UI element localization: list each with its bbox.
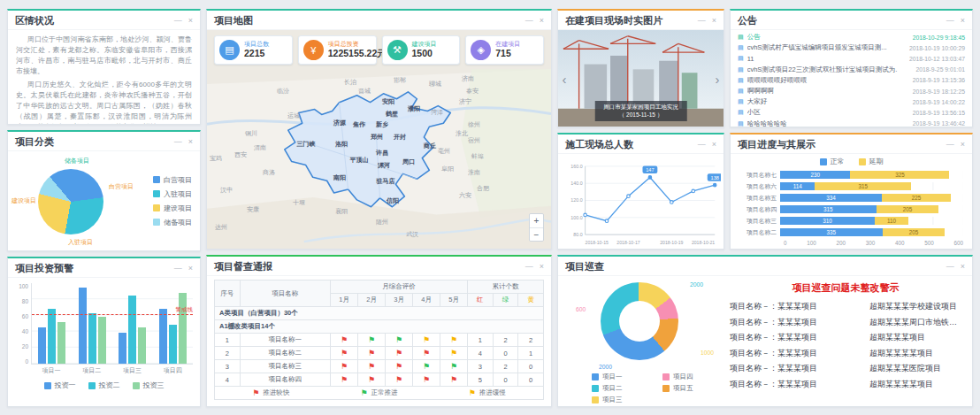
minimize-icon[interactable]: — [698,141,706,149]
map-zoom-control: + − [529,213,544,242]
legend-swatch-icon [592,396,599,403]
cell-count: 1 [468,334,494,347]
flag-icon: ⚑ [450,362,457,371]
progress-segment-delayed: 315 [815,182,911,190]
document-icon: ▤ [738,34,744,41]
progress-row: 项目名称三310110 [739,215,963,227]
inspection-project-name: 某某某项目 [777,364,817,373]
inspection-label: 项目名称－： [730,318,777,327]
district-text: 周口位于中国河南省东南部，地处沙河、颍河、贾鲁河交汇处，素有龙都之称。东临安徽省… [8,30,200,124]
progress-track: 315205 [780,205,963,213]
panel-header: 施工现场总人数 — × [558,134,724,154]
classification-legend: 白营项目入驻项目建设项目储备项目 [153,175,195,227]
legend-item: 项目三 [592,396,650,404]
announcement-text: 11 [747,55,906,63]
carousel-next-icon[interactable]: › [712,72,723,85]
panel-title: 区情状况 [15,14,54,27]
minimize-icon[interactable]: — [174,138,182,146]
close-icon[interactable]: × [540,263,544,271]
dashboard: 区情状况 — × 周口位于中国河南省东南部，地处沙河、颍河、贾鲁河交汇处，素有龙… [0,0,980,415]
close-icon[interactable]: × [712,141,716,149]
inspection-row: 项目名称－：某某某项目超期某某某项目 [730,330,961,346]
inspection-project: 项目名称－：某某某项目 [730,361,869,377]
inspection-label: 项目名称－： [730,302,777,311]
close-icon[interactable]: × [961,141,965,149]
legend-row: ⚑推进较快⚑正常推进⚑推进缓慢 [215,387,544,400]
announcement-item[interactable]: ▤公告2018-10-29 9:18:45 [738,32,965,42]
minimize-icon[interactable]: — [946,17,954,25]
legend-swatch-icon [153,176,160,183]
cell-seq: 3 [215,360,241,373]
carousel-prev-icon[interactable]: ‹ [559,72,570,85]
announcement-item[interactable]: ▤小区2018-9-19 13:56:15 [738,107,965,118]
cell-count: 2 [493,360,518,373]
document-icon: ▤ [738,109,744,116]
flag-icon: ⚑ [423,375,430,384]
minimize-icon[interactable]: — [946,263,954,271]
zoom-in-button[interactable]: + [530,214,543,227]
close-icon[interactable]: × [961,17,965,25]
cell-month-rating: ⚑ [440,347,468,360]
flag-icon: ⚑ [395,375,402,384]
pie-chart-area: 储备项目 白营项目 入驻项目 建设项目 [13,154,130,248]
y-tick-label: 80 [15,298,28,304]
svg-text:160.0: 160.0 [570,164,582,169]
x-tick-label: 项目二 [72,365,112,375]
announcement-item[interactable]: ▤cvhS测试村产镇宝城编辑项目颁发宝城项目测...2018-10-19 10:… [738,42,965,53]
announcement-item[interactable]: ▤112018-10-12 13:03:47 [738,53,965,64]
announcement-text: 哈哈哈哈哈哈 [747,119,909,127]
document-icon: ▤ [738,66,744,73]
zoom-out-button[interactable]: − [530,227,543,241]
inspection-donut[interactable] [601,282,678,360]
close-icon[interactable]: × [188,17,193,25]
minimize-icon[interactable]: — [174,17,182,25]
minimize-icon[interactable]: — [525,263,533,271]
minimize-icon[interactable]: — [946,141,954,149]
panel-title: 在建项目现场时实图片 [565,14,662,27]
progress-row-label: 项目名称五 [739,194,780,203]
announcement-item[interactable]: ▤啊啊啊啊2018-9-19 18:12:25 [738,86,965,96]
panel-title: 项目投资预警 [15,262,73,275]
cell-month-rating: ⚑ [331,373,358,387]
minimize-icon[interactable]: — [174,265,182,273]
announcement-item[interactable]: ▤哈哈哈哈哈哈2018-9-19 13:46:42 [738,119,965,127]
column-header: 红 [468,294,494,307]
map-stat-cards: ▤ 项目总数2215 ¥ 项目总投资1225155.22元 ⚒ 建设项目1500… [214,35,544,65]
progress-row-label: 项目名称三 [739,217,780,226]
legend-label: 推进缓慢 [479,388,506,397]
flag-icon: ⚑ [360,389,367,397]
district-paragraph: 周口位于中国河南省东南部，地处沙河、颍河、贾鲁河交汇处，素有龙都之称。东临安徽省… [16,35,192,77]
panel-supervision-report: 项目督查通报 — × 序号项目名称月综合评价累计个数1月2月3月4月5月红绿黄A… [206,255,552,407]
legend-item: 延期 [859,157,884,166]
progress-segment-delayed: 205 [883,228,946,236]
legend-item: 项目五 [662,384,721,393]
announcement-item[interactable]: ▤cvhS测试项目22三次测试双社预计宝城项目测试为.2018-9-25 9:0… [738,65,965,75]
progress-row: 项目名称四315205 [739,204,963,215]
close-icon[interactable]: × [712,17,716,25]
minimize-icon[interactable]: — [525,17,533,25]
column-header: 绿 [493,294,518,307]
donut-callout: 2000 [599,364,612,370]
cell-count: 0 [518,360,544,373]
minimize-icon[interactable]: — [698,17,706,25]
y-tick-label: 60 [15,313,28,319]
progress-track: 335205 [780,228,963,236]
announcement-item[interactable]: ▤喂喂喂喂喂好喂喂喂2018-9-19 13:15:36 [738,75,965,86]
cell-month-rating: ⚑ [386,347,413,360]
close-icon[interactable]: × [961,263,965,271]
cell-month-rating: ⚑ [358,334,386,347]
close-icon[interactable]: × [540,17,544,25]
progress-segment-normal: 334 [780,194,882,202]
classification-pie[interactable] [38,169,103,234]
line-chart-graphic: 160.0140.0120.0100.080.01471382018-10-15… [561,156,721,247]
announcement-item[interactable]: ▤大家好2018-9-19 14:00:22 [738,96,965,107]
bar [119,333,126,364]
close-icon[interactable]: × [188,265,193,273]
cell-count: 2 [493,334,518,347]
legend-label: 推进较快 [263,388,289,397]
invest-legend: 投资一投资二投资三 [15,380,193,390]
cell-count: 0 [493,347,518,360]
close-icon[interactable]: × [188,138,193,146]
inspection-project: 项目名称－：某某某项目 [730,346,869,362]
flag-icon: ⚑ [423,362,430,371]
